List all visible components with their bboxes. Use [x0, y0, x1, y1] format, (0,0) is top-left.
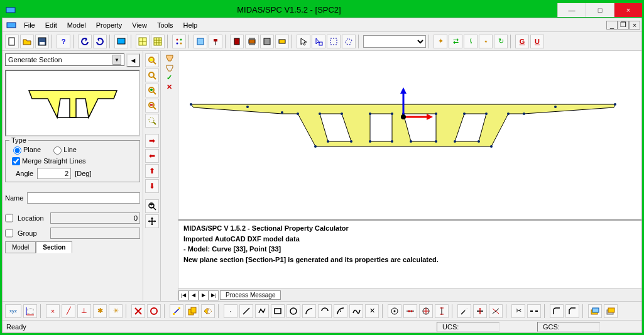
- zoom-window-icon[interactable]: [145, 69, 159, 82]
- scissors-icon[interactable]: ✂: [511, 304, 525, 318]
- group-checkbox[interactable]: [5, 228, 13, 239]
- undo-icon[interactable]: [78, 35, 92, 48]
- snap-end-icon[interactable]: ×: [46, 304, 60, 318]
- angle-input[interactable]: [37, 168, 71, 179]
- layer-b-icon[interactable]: [604, 304, 618, 318]
- save-icon[interactable]: [35, 35, 49, 48]
- mdi-minimize-button[interactable]: _: [606, 21, 618, 30]
- trim2-icon[interactable]: [489, 304, 503, 318]
- break-icon[interactable]: [527, 304, 541, 318]
- point-tool-icon[interactable]: ·: [224, 304, 237, 318]
- delete-icon[interactable]: ✕: [166, 83, 172, 91]
- rect-tool-icon[interactable]: [271, 304, 285, 318]
- maximize-button[interactable]: □: [586, 3, 614, 17]
- menu-model[interactable]: Model: [62, 20, 91, 30]
- menu-help[interactable]: Help: [178, 20, 203, 30]
- close-button[interactable]: ×: [614, 3, 642, 17]
- help-icon[interactable]: ?: [57, 35, 70, 48]
- line-tool-icon[interactable]: [239, 304, 253, 318]
- pan-up-icon[interactable]: ⬆: [145, 164, 159, 178]
- extend-icon[interactable]: [457, 304, 471, 318]
- snap-d-icon[interactable]: ✳: [109, 304, 123, 318]
- divide-pt-icon[interactable]: [388, 304, 401, 318]
- menu-view[interactable]: View: [127, 20, 152, 30]
- snap-mid-icon[interactable]: ╱: [62, 304, 75, 318]
- item4-icon[interactable]: [245, 35, 259, 48]
- node2-icon[interactable]: ⇄: [449, 35, 462, 48]
- display-icon[interactable]: [114, 35, 128, 48]
- minimize-button[interactable]: —: [557, 3, 586, 17]
- chamfer-icon[interactable]: [565, 304, 579, 318]
- apply-icon[interactable]: ✓: [166, 74, 172, 82]
- zoom-out-icon[interactable]: [145, 99, 159, 113]
- node5-icon[interactable]: ↻: [494, 35, 508, 48]
- item5-icon[interactable]: [260, 35, 274, 48]
- menu-edit[interactable]: Edit: [40, 20, 62, 30]
- pan-left-icon[interactable]: ⬅: [145, 149, 159, 163]
- redo-icon[interactable]: [93, 35, 107, 48]
- node4-icon[interactable]: ⭑: [479, 35, 493, 48]
- generate-section-dropdown[interactable]: Generate Section ▼: [5, 53, 124, 66]
- pan-right-icon[interactable]: ➡: [145, 134, 159, 148]
- spline-tool-icon[interactable]: [349, 304, 363, 318]
- cross-tool-icon[interactable]: ✕: [365, 304, 379, 318]
- move-icon[interactable]: [170, 304, 183, 318]
- points-icon[interactable]: [172, 35, 186, 48]
- close-panel-icon[interactable]: ◄: [126, 53, 140, 67]
- vert-measure-icon[interactable]: [435, 304, 449, 318]
- cursor-icon[interactable]: [297, 35, 310, 48]
- tab-model[interactable]: Model: [5, 241, 36, 253]
- sel-rect-icon[interactable]: [327, 35, 341, 48]
- menu-tools[interactable]: Tools: [152, 20, 178, 30]
- console-nav-prev-icon[interactable]: ◀: [188, 290, 199, 300]
- drawing-canvas[interactable]: [178, 51, 641, 219]
- del-o-icon[interactable]: [147, 304, 161, 318]
- item2-icon[interactable]: [209, 35, 222, 48]
- merge-checkbox[interactable]: Merge Straight Lines: [12, 157, 86, 165]
- location-checkbox[interactable]: [5, 212, 13, 224]
- grid-b-icon[interactable]: [151, 35, 165, 48]
- fillet-icon[interactable]: [550, 304, 564, 318]
- item6-icon[interactable]: [275, 35, 289, 48]
- location-input[interactable]: [50, 212, 140, 224]
- group-input[interactable]: [50, 228, 140, 239]
- console-nav-next-icon[interactable]: ▶: [199, 290, 209, 300]
- pan-icon[interactable]: [145, 214, 159, 228]
- zoom-prev-icon[interactable]: [145, 114, 159, 128]
- selection-filter-dropdown[interactable]: [363, 35, 426, 48]
- grid-a-icon[interactable]: [136, 35, 150, 48]
- menu-file[interactable]: File: [19, 20, 40, 30]
- divide-eq-icon[interactable]: [403, 304, 417, 318]
- arc1-tool-icon[interactable]: [302, 304, 316, 318]
- node1-icon[interactable]: ✦: [434, 35, 447, 48]
- copy-icon[interactable]: [185, 304, 199, 318]
- zoom-in-icon[interactable]: [145, 84, 159, 97]
- app-menu-icon[interactable]: [6, 20, 16, 30]
- sel-poly-icon[interactable]: [342, 35, 356, 48]
- layer-a-icon[interactable]: [588, 304, 602, 318]
- name-input[interactable]: [27, 192, 140, 204]
- trim-icon[interactable]: [473, 304, 487, 318]
- u-button[interactable]: U: [530, 35, 544, 48]
- console-nav-first-icon[interactable]: |◀: [178, 290, 188, 300]
- polyline-tool-icon[interactable]: [255, 304, 269, 318]
- zoom-fit-icon[interactable]: [145, 53, 159, 67]
- circle-center-icon[interactable]: [419, 304, 433, 318]
- pan-down-icon[interactable]: ⬇: [145, 179, 159, 193]
- sel-cursor-icon[interactable]: [312, 35, 325, 48]
- open-icon[interactable]: [20, 35, 34, 48]
- tab-process-message[interactable]: Process Message: [220, 290, 281, 300]
- mirror-icon[interactable]: [201, 304, 215, 318]
- mdi-restore-button[interactable]: ❐: [618, 21, 629, 30]
- node3-icon[interactable]: ⤹: [464, 35, 478, 48]
- section-edit-icon[interactable]: [165, 63, 174, 72]
- arc3-tool-icon[interactable]: [334, 304, 347, 318]
- section-shape-icon[interactable]: [165, 53, 174, 62]
- zoom-dyn-icon[interactable]: ±: [145, 199, 159, 213]
- menu-property[interactable]: Property: [91, 20, 128, 30]
- circle-tool-icon[interactable]: [287, 304, 300, 318]
- grid-axes-icon[interactable]: [23, 304, 37, 318]
- snap-int-icon[interactable]: ⊥: [77, 304, 91, 318]
- g-button[interactable]: G: [515, 35, 529, 48]
- new-icon[interactable]: [5, 35, 19, 48]
